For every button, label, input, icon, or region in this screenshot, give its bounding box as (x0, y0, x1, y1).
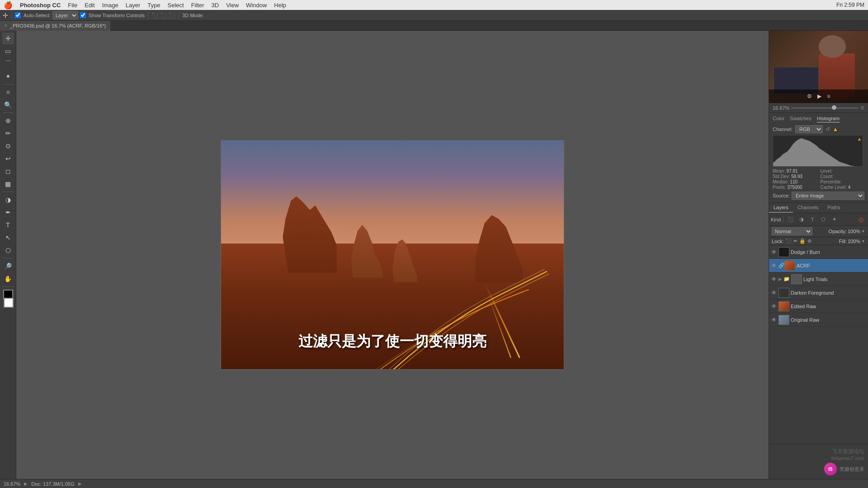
layer-visibility-icon[interactable]: 👁 (771, 249, 777, 255)
tab-color[interactable]: Color (773, 116, 784, 122)
menu-file[interactable]: File (68, 2, 77, 9)
sky-layer (221, 141, 564, 255)
fill-label: Fill: (839, 239, 847, 244)
tab-swatches[interactable]: Swatches (790, 116, 811, 122)
layer-visibility-icon[interactable]: 👁 (771, 290, 777, 296)
source-select[interactable]: Entire Image Selected Layer (792, 192, 864, 200)
menu-help[interactable]: Help (274, 2, 286, 9)
marquee-tool[interactable]: ▭ (2, 45, 14, 57)
layer-group-expand-icon[interactable]: ▶ (778, 277, 782, 282)
main-content: ✛ ▭ ⌒ ✦ ⌗ 🔍 ⊕ ✏ ⊙ ↩ ◻ ▦ ◑ ✒ T ↖ ⬡ 🔎 ✋ (0, 31, 868, 479)
eyedropper-tool[interactable]: 🔍 (2, 99, 14, 111)
layer-thumbnail (791, 274, 802, 284)
align-center-icon[interactable]: ⬛ (160, 12, 167, 19)
layer-visibility-icon[interactable]: 👁 (771, 317, 777, 323)
tab-paths[interactable]: Paths (823, 203, 845, 213)
hand-tool[interactable]: ✋ (2, 273, 14, 285)
menu-select[interactable]: Select (167, 2, 184, 9)
layer-row[interactable]: 👁 🔗 ACRF (769, 259, 868, 272)
layer-link-icon[interactable]: 🔗 (778, 263, 783, 268)
zoom-expand-icon[interactable]: ⊞ (860, 105, 864, 111)
tab-histogram[interactable]: Histogram (817, 116, 840, 122)
statusbar-arrow[interactable]: ▶ (24, 481, 28, 486)
fill-dropdown-icon[interactable]: ▼ (861, 239, 865, 244)
background-color[interactable] (4, 298, 14, 308)
menu-image[interactable]: Image (102, 2, 118, 9)
layer-row[interactable]: 👁 ▶ 📁 Light Trials (769, 272, 868, 286)
menu-window[interactable]: Window (246, 2, 267, 9)
layer-row[interactable]: 👁 Edited Raw (769, 300, 868, 313)
filter-pixel-icon[interactable]: ⬛ (786, 215, 796, 224)
zoom-slider[interactable] (791, 107, 859, 109)
opacity-dropdown-icon[interactable]: ▼ (861, 229, 865, 234)
source-label: Source: (773, 193, 790, 198)
zoom-tool[interactable]: 🔎 (2, 260, 14, 272)
layer-row[interactable]: 👁 Original Raw (769, 313, 868, 327)
tab-channels[interactable]: Channels (793, 203, 823, 213)
menu-3d[interactable]: 3D (212, 2, 219, 9)
lasso-tool[interactable]: ⌒ (2, 58, 14, 70)
layer-filter-toggle[interactable]: ⊙ (856, 215, 866, 224)
align-left-icon[interactable]: ⬛ (151, 12, 158, 19)
video-play-icon[interactable]: ▶ (817, 93, 821, 99)
pen-tool[interactable]: ✒ (2, 206, 14, 218)
clone-stamp-tool[interactable]: ⊙ (2, 140, 14, 152)
align-right-icon[interactable]: ⬛ (169, 12, 175, 19)
lock-all-icon[interactable]: 🔒 (799, 238, 806, 244)
statusbar-forward-arrow[interactable]: ▶ (78, 481, 82, 486)
eraser-tool[interactable]: ◻ (2, 165, 14, 177)
opacity-value[interactable]: 100% (848, 229, 860, 234)
spot-heal-tool[interactable]: ⊕ (2, 115, 14, 127)
shape-tool[interactable]: ⬡ (2, 244, 14, 256)
menu-edit[interactable]: Edit (85, 2, 94, 9)
layer-visibility-icon[interactable]: 👁 (771, 276, 777, 282)
move-tool[interactable]: ✛ (2, 33, 14, 44)
video-settings-icon[interactable]: ⚙ (807, 93, 812, 99)
document-tab[interactable]: × _PRO3436.psd @ 16.7% (ACRF, RGB/16*) (0, 21, 111, 31)
menu-layer[interactable]: Layer (126, 2, 141, 9)
filter-adj-icon[interactable]: ◑ (797, 215, 807, 224)
watermark-line2: feitianwu7.com (773, 455, 864, 461)
layer-visibility-icon[interactable]: 👁 (771, 263, 777, 269)
auto-select-checkbox[interactable] (15, 12, 21, 18)
crop-tool[interactable]: ⌗ (2, 86, 14, 98)
gradient-tool[interactable]: ▦ (2, 178, 14, 190)
options-toolbar: ✛ Auto-Select: Layer Group Show Transfor… (0, 10, 868, 21)
refresh-icon[interactable]: ↺ (826, 126, 830, 132)
video-more-icon[interactable]: ≡ (827, 93, 830, 99)
layer-row[interactable]: 👁 Darken Foreground (769, 286, 868, 300)
path-select-tool[interactable]: ↖ (2, 232, 14, 244)
lock-art-icon[interactable]: ⊕ (807, 238, 811, 244)
menubar: 🍎 Photoshop CC File Edit Image Layer Typ… (0, 0, 868, 10)
filter-smart-icon[interactable]: ✦ (829, 215, 839, 224)
blend-mode-select[interactable]: Normal Multiply Screen Overlay Darken Li… (772, 227, 812, 235)
history-brush-tool[interactable]: ↩ (2, 153, 14, 164)
filter-type-icon[interactable]: T (807, 215, 817, 224)
menu-view[interactable]: View (226, 2, 239, 9)
fill-value[interactable]: 100% (848, 239, 860, 244)
type-tool[interactable]: T (2, 219, 14, 231)
layer-row[interactable]: 👁 Dodge / Burn (769, 245, 868, 259)
magic-wand-tool[interactable]: ✦ (2, 70, 14, 82)
tab-close-button[interactable]: × (5, 23, 7, 28)
lock-position-icon[interactable]: ✒ (793, 238, 797, 244)
layer-visibility-icon[interactable]: 👁 (771, 303, 777, 310)
auto-select-dropdown[interactable]: Layer Group (52, 11, 78, 19)
toolbar-separator3 (179, 12, 179, 19)
apple-logo[interactable]: 🍎 (4, 1, 13, 9)
layer-thumbnail (778, 247, 789, 257)
channel-select[interactable]: RGB Red Green Blue (795, 125, 823, 133)
canvas-image[interactable] (221, 140, 564, 370)
layer-thumbnail (784, 261, 795, 271)
zoom-slider-thumb[interactable] (832, 105, 836, 110)
dodge-tool[interactable]: ◑ (2, 194, 14, 206)
tab-layers[interactable]: Layers (769, 203, 793, 213)
filter-shape-icon[interactable]: ⬡ (818, 215, 828, 224)
menu-filter[interactable]: Filter (191, 2, 204, 9)
show-transform-checkbox[interactable] (80, 12, 86, 18)
brush-tool[interactable]: ✏ (2, 127, 14, 139)
lock-pixels-icon[interactable]: ⬛ (785, 238, 792, 244)
channel-row: Channel: RGB Red Green Blue ↺ ▲ (773, 125, 864, 133)
menu-type[interactable]: Type (147, 2, 160, 9)
tools-divider4 (3, 258, 14, 258)
